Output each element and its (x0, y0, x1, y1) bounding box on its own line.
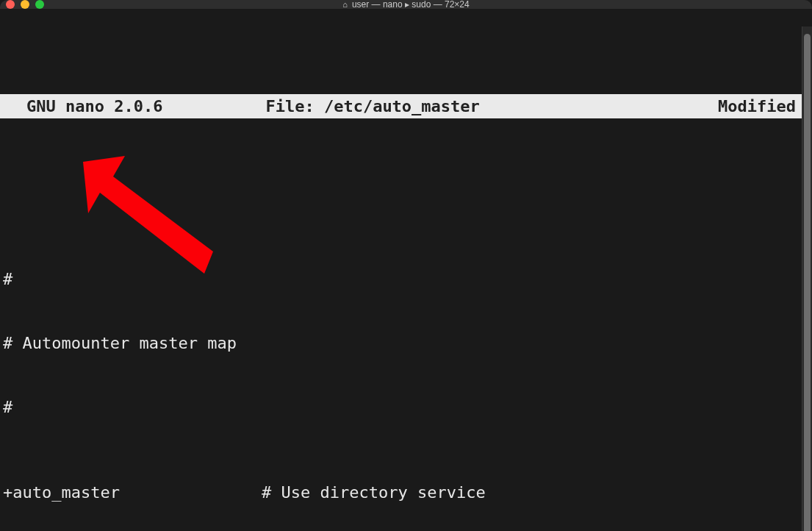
minimize-window-button[interactable] (21, 0, 29, 9)
editor-content[interactable]: # # Automounter master map # +auto_maste… (0, 204, 812, 531)
col-comment: # Use directory service (262, 482, 486, 503)
file-line: +auto_master # Use directory service (3, 482, 809, 503)
traffic-lights (6, 0, 44, 9)
vertical-scrollbar[interactable] (802, 26, 812, 531)
scrollbar-thumb[interactable] (804, 34, 811, 531)
nano-version: GNU nano 2.0.6 (26, 96, 162, 117)
col-mount: +auto_master (3, 482, 262, 503)
nano-status: Modified (718, 96, 796, 117)
window-titlebar: ⌂ user — nano ▸ sudo — 72×24 (0, 0, 812, 9)
home-icon: ⌂ (342, 0, 348, 9)
maximize-window-button[interactable] (35, 0, 44, 9)
file-line: # Automounter master map (3, 332, 809, 354)
terminal-window: ⌂ user — nano ▸ sudo — 72×24 GNU nano 2.… (0, 0, 812, 531)
nano-header-bar: GNU nano 2.0.6 File: /etc/auto_master Mo… (0, 94, 812, 118)
file-line: # (3, 396, 809, 418)
file-line: # (3, 268, 809, 290)
nano-file-label: File: /etc/auto_master (265, 96, 479, 117)
close-window-button[interactable] (6, 0, 15, 9)
terminal-viewport[interactable]: GNU nano 2.0.6 File: /etc/auto_master Mo… (0, 9, 812, 531)
